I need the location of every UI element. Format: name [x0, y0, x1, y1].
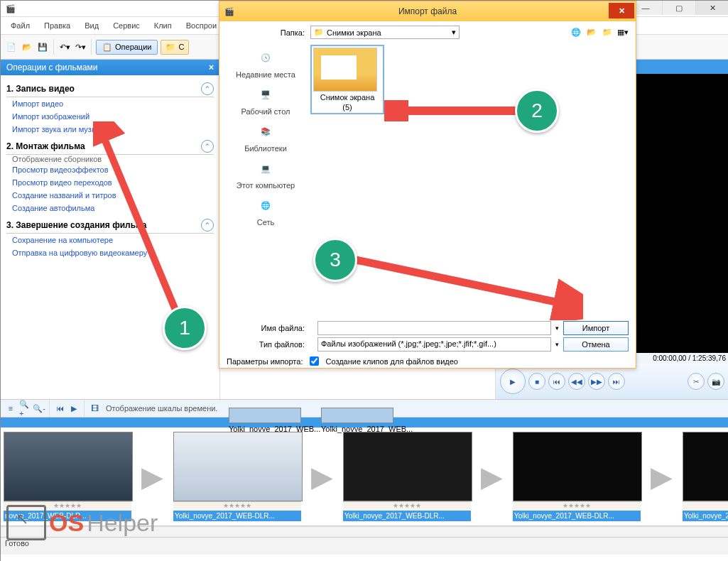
annotation-arrow-1 [93, 121, 207, 327]
import-video-link[interactable]: Импорт видео [6, 97, 214, 110]
place-libraries[interactable]: 📚Библиотеки [227, 120, 305, 153]
cancel-button[interactable]: Отмена [563, 337, 629, 352]
transition-arrow-icon[interactable]: ▶ [481, 455, 503, 498]
next-button[interactable]: ⏭ [608, 373, 625, 390]
views-icon[interactable]: ▦▾ [617, 27, 629, 38]
rewind-icon[interactable]: ⏮ [54, 403, 65, 414]
close-button[interactable]: ✕ [695, 1, 728, 15]
collections-button[interactable]: 📁 С [161, 40, 189, 55]
timeline-view-icon[interactable]: ≡ [5, 403, 16, 414]
section-1-title: 1. Запись видео ⌃ [6, 78, 214, 97]
open-icon[interactable]: 📂 [21, 40, 33, 53]
timeline-clip[interactable]: ★★★★★Yolki_novye_2017_WEB-DLR... [173, 432, 301, 521]
menu-clip[interactable]: Клип [148, 20, 178, 31]
redo-icon[interactable]: ↷▾ [74, 40, 87, 53]
save-icon[interactable]: 💾 [36, 40, 49, 53]
menu-edit[interactable]: Правка [38, 20, 76, 31]
filename-input[interactable] [317, 321, 551, 335]
dialog-close-button[interactable]: ✕ [609, 3, 634, 18]
timeline-label: Отображение шкалы времени. [106, 404, 217, 413]
step-back-button[interactable]: ◀◀ [568, 373, 585, 390]
zoom-out-icon[interactable]: 🔍- [33, 403, 45, 414]
chevron-down-icon: ▾ [452, 28, 456, 37]
svg-line-2 [356, 260, 569, 305]
transition-arrow-icon[interactable]: ▶ [311, 455, 333, 498]
task-pane-header: Операции с фильмами × [1, 60, 219, 75]
place-recent[interactable]: 🕓Недавние места [227, 46, 305, 79]
app-root: 🎬 Без имени - Windows Movie Maker — ▢ ✕ … [0, 0, 728, 561]
task-pane-close-icon[interactable]: × [209, 62, 214, 72]
operations-button[interactable]: 📋 Операции [96, 40, 158, 55]
watermark-icon [6, 505, 46, 540]
show-collections-text: Отображение сборников [6, 153, 107, 165]
menu-view[interactable]: Вид [79, 20, 104, 31]
split-button[interactable]: ✂ [688, 373, 705, 390]
annotation-badge-2: 2 [515, 89, 559, 133]
prev-button[interactable]: ⏮ [548, 373, 565, 390]
watermark: OS Helper [6, 505, 158, 540]
new-folder-icon[interactable]: 📁 [602, 27, 613, 38]
annotation-badge-3: 3 [313, 238, 357, 282]
import-params-label: Параметры импорта: [227, 357, 303, 366]
places-bar: 🕓Недавние места 🖥️Рабочий стол 📚Библиоте… [227, 45, 305, 316]
filetype-select[interactable]: Файлы изображений (*.jpg;*.jpeg;*.jpe;*.… [317, 337, 551, 352]
folder-icon: 📁 [314, 28, 324, 37]
menu-file[interactable]: Файл [5, 20, 36, 31]
annotation-arrow-2 [384, 100, 533, 121]
back-icon[interactable]: 🌐 [570, 27, 582, 38]
undo-icon[interactable]: ↶▾ [58, 40, 71, 53]
maximize-button[interactable]: ▢ [662, 1, 695, 15]
folder-select[interactable]: 📁 Снимки экрана ▾ [310, 26, 460, 39]
snapshot-button[interactable]: 📷 [707, 373, 724, 390]
place-computer[interactable]: 💻Этот компьютер [227, 157, 305, 190]
file-item-selected[interactable]: Снимок экрана (5) [310, 45, 384, 114]
dialog-titlebar: 🎬 Импорт файла ✕ [219, 1, 636, 21]
transition-arrow-icon[interactable]: ▶ [141, 455, 163, 498]
transition-arrow-icon[interactable]: ▶ [651, 455, 673, 498]
step-fwd-button[interactable]: ▶▶ [588, 373, 605, 390]
import-button[interactable]: Импорт [563, 321, 629, 335]
annotation-arrow-3 [349, 249, 583, 320]
play-timeline-icon[interactable]: ▶ [68, 403, 80, 414]
new-icon[interactable]: 📄 [5, 40, 18, 53]
stop-button[interactable]: ■ [528, 373, 545, 390]
dialog-title: Импорт файла [219, 6, 636, 16]
task-pane-title: Операции с фильмами [6, 62, 98, 72]
collapse-icon[interactable]: ⌃ [201, 82, 214, 95]
up-icon[interactable]: 📂 [586, 27, 597, 38]
filename-label: Имя файла: [227, 324, 313, 332]
folder-label: Папка: [227, 28, 305, 37]
zoom-in-icon[interactable]: 🔍+ [19, 403, 31, 414]
create-clips-label: Создание клипов для файлов видео [325, 357, 458, 366]
timeline-clip[interactable]: ★★★★★Yolki_novye_2017_WEB-DLR... [513, 432, 641, 521]
menu-play[interactable]: Воспрои [180, 20, 222, 31]
annotation-badge-1: 1 [163, 306, 207, 350]
create-clips-checkbox[interactable] [310, 356, 319, 366]
timeline-clip[interactable]: ★★★★★Yolki_novye_2017_WEB-DLR... [343, 432, 471, 521]
svg-line-0 [100, 129, 178, 317]
menu-tools[interactable]: Сервис [107, 20, 146, 31]
preview-time: 0:00:00,00 / 1:25:39,76 [653, 354, 726, 362]
storyboard-icon[interactable]: 🎞 [89, 403, 100, 414]
filetype-label: Тип файлов: [227, 340, 313, 349]
place-desktop[interactable]: 🖥️Рабочий стол [227, 83, 305, 116]
place-network[interactable]: 🌐Сеть [227, 194, 305, 227]
timeline-clip[interactable]: ★★★★★Yolki_novye_2017_WEB-DLR... [683, 432, 728, 521]
